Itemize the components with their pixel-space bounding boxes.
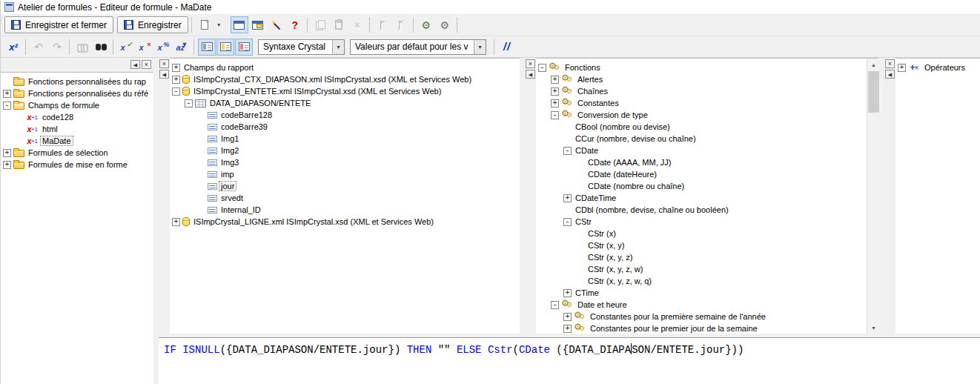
expand-icon[interactable]: + [551,99,559,107]
tree-item-isimpcrystal-ctx-diapason-xml-is[interactable]: +ISImpCrystal_CTX_DIAPASON.xml ISImpCrys… [170,73,520,85]
tree-item-fonctions-personnalis-es-du-r-f[interactable]: +Fonctions personnalisées du réfé [1,87,153,99]
tree-item-cdate-aaaa-mm-jj[interactable]: CDate (AAAA, MM, JJ) [536,156,867,168]
browse-data-button[interactable]: x× [136,39,153,56]
close-operators-panel-button[interactable]: × [885,59,895,68]
tree-item-cstr-x-y-z[interactable]: CStr (x, y, z) [536,251,867,263]
custom-function-gear-button-2[interactable]: ⚙ [436,16,454,33]
tree-item-cdbl-nombre-devise-cha-ne-ou-boo[interactable]: CDbl (nombre, devise, chaîne ou booléen) [536,204,867,216]
tree-item-internal-id[interactable]: Internal_ID [170,204,520,216]
tree-item-constantes-pour-la-premi-re-sema[interactable]: +⚙⚙Constantes pour la première semaine d… [536,311,867,322]
expand-icon[interactable]: + [563,325,572,333]
tree-item-conversion-de-type[interactable]: -⚙⚙Conversion de type [536,109,867,121]
tree-item-img2[interactable]: Img2 [170,145,520,156]
tree-item-img1[interactable]: Img1 [170,133,520,145]
tree-item-cbool-nombre-ou-devise[interactable]: CBool (nombre ou devise) [536,121,867,133]
custom-function-gear-button-1[interactable]: ⚙ [417,16,435,33]
tree-item-champs-du-rapport[interactable]: +Champs du rapport [170,62,520,73]
expand-icon[interactable]: + [3,149,11,157]
tree-item-cha-nes[interactable]: +⚙⚙Chaînes [536,85,867,97]
collapse-icon[interactable]: - [563,218,572,226]
delete-button[interactable]: × [348,16,366,33]
tree-item-constantes-pour-le-premier-jour-[interactable]: +⚙⚙Constantes pour le premier jour de la… [536,322,867,334]
previous-bookmark-button[interactable] [374,16,391,33]
tree-item-cstr-x-y-z-w[interactable]: CStr (x, y, z, w) [536,263,867,275]
save-and-close-button[interactable]: Enregistrer et fermer [4,16,113,33]
collapse-icon[interactable]: - [185,99,193,107]
collapse-icon[interactable]: - [172,87,180,96]
scrollbar-thumb[interactable] [868,71,879,113]
tree-item-cstr-x-y[interactable]: CStr (x, y) [536,239,867,251]
tree-item-html[interactable]: x+1html [1,123,153,135]
expand-icon[interactable]: + [172,76,180,84]
collapse-icon[interactable]: - [551,111,559,119]
tree-item-cdate-dateheure[interactable]: CDate (dateHeure) [536,168,867,180]
tree-item-srvedt[interactable]: srvedt [170,192,520,204]
scrollbar-down-button[interactable]: ▼ [867,322,880,334]
close-functions-panel-button[interactable]: × [526,59,535,68]
expand-icon[interactable]: + [3,161,11,169]
tree-item-fonctions[interactable]: -⚙⚙Fonctions [536,62,867,73]
expand-icon[interactable]: + [563,194,572,202]
redo-button[interactable]: ↷ [48,39,66,56]
close-fields-panel-button[interactable]: × [159,59,169,68]
check-formula-button[interactable]: x✓ [117,39,135,56]
expand-icon[interactable]: + [172,64,180,72]
copy-button[interactable] [311,16,329,33]
comment-button[interactable]: // [498,39,516,56]
tree-item-ccur-nombre-devise-ou-cha-ne[interactable]: CCur (nombre, devise ou chaîne) [536,133,867,145]
tree-item-ctime[interactable]: +CTime [536,287,867,299]
paste-button[interactable] [330,16,348,33]
collapse-icon[interactable]: - [551,301,559,309]
tree-item-codebarre39[interactable]: codeBarre39 [170,121,520,133]
collapse-icon[interactable]: - [538,64,546,72]
tree-item-isimpcrystal-ligne-xml-isimpcrys[interactable]: +ISImpCrystal_LIGNE.xml ISImpCrystal.xsd… [170,216,520,228]
tree-item-imp[interactable]: imp [170,168,520,180]
operator-tree-toggle-button[interactable] [235,39,253,56]
tree-item-img3[interactable]: Img3 [170,156,520,168]
sort-trees-button[interactable]: az▼ [173,39,191,56]
expand-icon[interactable]: + [563,289,572,297]
tree-item-alertes[interactable]: +⚙⚙Alertes [536,73,867,85]
function-tree-toggle-button[interactable] [216,39,234,56]
tree-item-data-diapason-entete[interactable]: -DATA_DIAPASON/ENTETE [170,97,520,109]
tree-item-isimpcrystal-entete-xml-isimpcry[interactable]: -ISImpCrystal_ENTETE.xml ISImpCrystal.xs… [170,85,520,97]
collapse-icon[interactable]: - [3,102,11,110]
expand-icon[interactable]: + [3,90,11,98]
browse-fields-button[interactable] [73,39,91,56]
functions-scrollbar[interactable]: ▲ ▼ [867,59,879,334]
tree-item-cstr[interactable]: -CStr [536,216,867,228]
find-button[interactable] [92,39,110,56]
expand-icon[interactable]: + [563,313,572,321]
null-defaults-select[interactable]: Valeurs par défaut pour les v ▾ [350,39,486,55]
vertical-splitter[interactable] [153,58,159,384]
toggle-workshop-tree-button[interactable] [231,16,248,33]
close-workshop-panel-button[interactable]: × [142,60,151,69]
tree-item-cdate-nombre-ou-cha-ne[interactable]: CDate (nombre ou chaîne) [536,180,867,192]
collapse-fields-panel-button[interactable]: ◀ [159,70,169,79]
tree-item-op-rateurs[interactable]: ++×Opérateurs [895,62,980,73]
collapse-functions-panel-button[interactable]: ◀ [526,70,535,79]
save-button[interactable]: Enregistrer [117,16,188,33]
tree-item-constantes[interactable]: +⚙⚙Constantes [536,97,867,109]
exponent-button[interactable]: x² [4,39,22,56]
show-percent-button[interactable]: x% [154,39,172,56]
field-tree-toggle-button[interactable] [198,39,216,56]
tree-item-champs-de-formule[interactable]: -Champs de formule [1,99,153,111]
tree-item-fonctions-personnalis-es-du-rap[interactable]: Fonctions personnalisées du rap [1,76,153,87]
expand-icon[interactable]: + [172,218,180,226]
collapse-operators-panel-button[interactable]: ◀ [885,70,895,79]
tree-item-code128[interactable]: x+1code128 [1,111,153,123]
tree-item-formules-de-s-lection[interactable]: +Formules de sélection [1,147,153,159]
collapse-workshop-panel-button[interactable]: ◀ [130,60,140,69]
expand-icon[interactable]: + [898,64,906,72]
next-bookmark-button[interactable] [392,16,410,33]
tree-item-cdate[interactable]: -CDate [536,145,867,156]
tree-item-formules-de-mise-en-forme[interactable]: +Formules de mise en forme [1,159,153,171]
tree-item-date-et-heure[interactable]: -⚙⚙Date et heure [536,299,867,311]
expand-icon[interactable]: + [551,87,559,96]
tree-item-codebarre128[interactable]: codeBarre128 [170,109,520,121]
tree-item-cdatetime[interactable]: +CDateTime [536,192,867,204]
tree-item-cstr-x[interactable]: CStr (x) [536,228,867,239]
scrollbar-up-button[interactable]: ▲ [867,59,880,70]
undo-button[interactable]: ↶ [30,39,47,56]
